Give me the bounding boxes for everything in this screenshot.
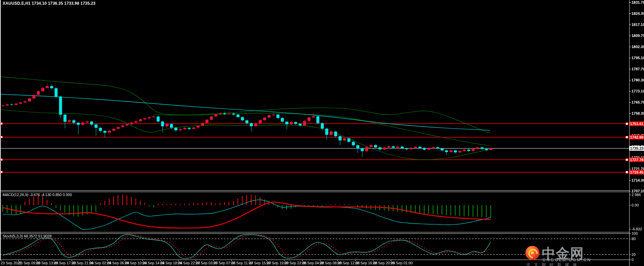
price-level-badge: 1742.60 xyxy=(630,135,644,140)
price-level-badge: 1751.61 xyxy=(630,121,644,126)
price-level-handle-left xyxy=(0,158,3,161)
stoch-tick-label: 0 xyxy=(632,258,634,262)
stoch-indicator-label: Stoch(5,3,3) 68.3572 51.9028 xyxy=(3,234,52,238)
macd-tick-label: 2.986 xyxy=(632,193,641,197)
price-level-badge: 1727.78 xyxy=(630,157,644,162)
price-tick-label: 1773.10 xyxy=(632,89,644,93)
price-tick-label: 1831.70 xyxy=(632,0,644,4)
macd-tick-label: 0.00 xyxy=(632,203,639,207)
stoch-tick-label: 80 xyxy=(632,237,636,241)
price-level-handle-right xyxy=(626,136,628,139)
price-level-handle-right xyxy=(626,122,628,125)
price-level-handle-right xyxy=(626,171,628,174)
price-tick-label: 1758.30 xyxy=(632,111,644,115)
price-level-handle-left xyxy=(0,136,3,138)
price-tick-label: 1780.30 xyxy=(632,78,644,82)
stoch-tick-label: 100 xyxy=(632,231,638,235)
price-tick-label: 1765.70 xyxy=(632,100,644,104)
trading-terminal-window: XAUUSD.E,H1 1734.10 1736.35 1733.98 1735… xyxy=(0,0,644,266)
macd-indicator-label: MACD(12,26,9) -3.476 -4.130 0.850 0.000 xyxy=(3,193,72,197)
chart-title: XAUUSD.E,H1 1734.10 1736.35 1733.98 1735… xyxy=(3,1,95,6)
stoch-tick-label: 20 xyxy=(632,253,636,257)
time-tick-label: 29 Sep 01:00 xyxy=(391,261,413,265)
price-tick-label: 1787.70 xyxy=(632,67,644,71)
price-tick-label: 1795.10 xyxy=(632,56,644,60)
price-chart-canvas[interactable] xyxy=(0,0,644,266)
price-level-handle-left xyxy=(0,171,3,173)
current-price-badge: 1735.23 xyxy=(630,146,644,151)
price-tick-label: 1802.30 xyxy=(632,45,644,49)
price-tick-label: 1714.30 xyxy=(632,178,644,182)
price-tick-label: 1809.70 xyxy=(632,34,644,38)
price-tick-label: 1824.30 xyxy=(632,11,644,15)
macd-tick-label: -6.832 xyxy=(632,227,642,231)
price-level-badge: 1719.45 xyxy=(630,170,644,175)
price-tick-label: 1817.10 xyxy=(632,23,644,27)
price-level-handle-left xyxy=(0,122,3,125)
price-level-handle-right xyxy=(626,158,628,161)
